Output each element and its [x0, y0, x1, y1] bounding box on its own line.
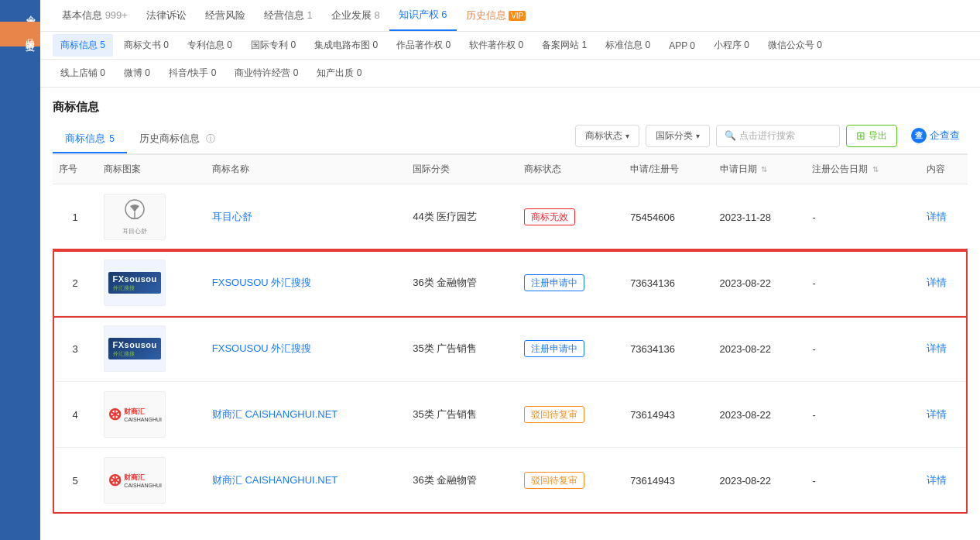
cai-icon-5: ⊛ — [108, 470, 122, 490]
tab-risk[interactable]: 经营风险 — [196, 1, 255, 30]
ermuxinshu-svg — [119, 198, 150, 225]
row3-detail[interactable]: 详情 — [920, 316, 968, 382]
third-nav: 线上店铺 0 微博 0 抖音/快手 0 商业特许经营 0 知产出质 0 — [40, 60, 980, 88]
row1-trademark-name[interactable]: 耳目心舒 — [212, 211, 252, 222]
excel-icon: ⊞ — [856, 129, 865, 142]
cai-subtext-4: CAISHANGHUI — [124, 417, 162, 422]
announce-date-sort-icon: ⇅ — [872, 165, 879, 174]
subnav-standard[interactable]: 标准信息 0 — [598, 34, 658, 57]
inner-tabs: 商标信息 5 历史商标信息 ⓘ 商标状态 国际分类 🔍 — [53, 124, 968, 154]
status-filter-btn[interactable]: 商标状态 — [575, 125, 639, 147]
tab-enterprise-dev[interactable]: 企业发展 8 — [322, 1, 389, 30]
qichacha-btn[interactable]: 查 企查查 — [903, 124, 968, 147]
row3-num: 3 — [53, 316, 98, 382]
row1-brand-img: 耳目心舒 — [104, 194, 166, 240]
table-row: 2 FXsousou 外汇搜搜 — [53, 250, 968, 316]
subnav-ic-layout[interactable]: 集成电路布图 0 — [307, 34, 385, 57]
sidebar-brand-label: 品牌主页 — [25, 31, 36, 37]
tab-business-info[interactable]: 经营信息 1 — [255, 1, 322, 30]
row1-status: 商标无效 — [518, 184, 624, 250]
row4-status: 驳回待复审 — [518, 382, 624, 448]
export-btn-label: 导出 — [869, 129, 887, 143]
subnav-miniprogram[interactable]: 小程序 0 — [706, 34, 757, 57]
inner-tab-label-trademark: 商标信息 — [65, 132, 105, 144]
fx-sub: 外汇搜搜 — [113, 284, 157, 292]
row1-detail-link[interactable]: 详情 — [927, 211, 947, 222]
trademark-table: 序号 商标图案 商标名称 国际分类 商标状态 申请/注册号 申请日期 ⇅ 注册公… — [53, 154, 968, 514]
row2-detail[interactable]: 详情 — [920, 250, 968, 316]
row2-category: 36类 金融物管 — [406, 250, 518, 316]
row3-trademark-name[interactable]: FXSOUSOU 外汇搜搜 — [212, 342, 312, 354]
subnav-icp[interactable]: 备案网站 1 — [534, 34, 595, 57]
row1-detail[interactable]: 详情 — [920, 184, 968, 250]
tab-history[interactable]: 历史信息 VIP — [457, 1, 536, 30]
row3-detail-link[interactable]: 详情 — [927, 342, 947, 354]
classification-btn-label: 国际分类 — [656, 129, 693, 143]
row2-status: 注册申请中 — [518, 250, 624, 316]
subnav-software-copyright[interactable]: 软件著作权 0 — [461, 34, 531, 57]
row5-logo: ⊛ 财商汇 CAISHANGHUI — [98, 448, 206, 514]
caishanghui-logo-5: ⊛ 财商汇 CAISHANGHUI — [108, 470, 162, 490]
row4-category: 35类 广告销售 — [406, 382, 518, 448]
subnav-weibo[interactable]: 微博 0 — [116, 62, 158, 84]
subnav-douyin[interactable]: 抖音/快手 0 — [161, 62, 224, 84]
inner-tab-history-trademark[interactable]: 历史商标信息 ⓘ — [127, 126, 228, 153]
tab-basic-info[interactable]: 基本信息 999+ — [53, 1, 137, 30]
th-apply-date[interactable]: 申请日期 ⇅ — [714, 155, 807, 184]
tab-ip[interactable]: 知识产权 6 — [389, 0, 457, 31]
subnav-ip-pledge[interactable]: 知产出质 0 — [309, 62, 369, 84]
row4-detail[interactable]: 详情 — [920, 382, 968, 448]
subnav-trademark-info[interactable]: 商标信息 5 — [53, 34, 113, 57]
cai-subtext-5: CAISHANGHUI — [124, 483, 162, 488]
table-row: 5 ⊛ 财商汇 CAISHANGHUI — [53, 448, 968, 514]
row3-logo: FXsousou 外汇搜搜 — [98, 316, 206, 382]
sidebar-brand-item[interactable]: 品牌主页 — [0, 22, 40, 46]
row2-apply-date: 2023-08-22 — [714, 250, 807, 316]
caishanghui-logo-4: ⊛ 财商汇 CAISHANGHUI — [108, 404, 162, 425]
tab-legal[interactable]: 法律诉讼 — [137, 1, 196, 30]
row5-trademark-name[interactable]: 财商汇 CAISHANGHUI.NET — [212, 474, 338, 486]
subnav-works-copyright[interactable]: 作品著作权 0 — [389, 34, 458, 57]
subnav-trademark-doc[interactable]: 商标文书 0 — [116, 34, 176, 57]
row2-announce-date: - — [806, 250, 920, 316]
subnav-patent-info[interactable]: 专利信息 0 — [180, 34, 240, 57]
fx-badge-3: FXsousou 外汇搜搜 — [108, 338, 161, 359]
page-content: 商标信息 商标信息 5 历史商标信息 ⓘ 商标状态 国际分类 — [40, 88, 980, 540]
subnav-app[interactable]: APP 0 — [661, 36, 703, 56]
subnav-franchise[interactable]: 商业特许经营 0 — [227, 62, 306, 84]
sidebar: 企业主页 品牌主页 — [0, 0, 40, 540]
export-button[interactable]: ⊞ 导出 — [846, 125, 897, 147]
fxsousou-logo-3: FXsousou 外汇搜搜 — [108, 338, 161, 359]
row1-category: 44类 医疗园艺 — [406, 184, 518, 250]
classification-filter-btn[interactable]: 国际分类 — [646, 125, 710, 147]
fx-text: FXsousou — [113, 274, 157, 284]
inner-tab-trademark-info[interactable]: 商标信息 5 — [53, 126, 127, 153]
subnav-wechat[interactable]: 微信公众号 0 — [760, 34, 830, 57]
row1-name: 耳目心舒 — [206, 184, 407, 250]
row2-status-badge: 注册申请中 — [524, 274, 584, 291]
row4-reg-no: 73614943 — [624, 382, 713, 448]
row5-detail[interactable]: 详情 — [920, 448, 968, 514]
sidebar-enterprise-item[interactable]: 企业主页 — [0, 0, 40, 22]
row1-announce-date: - — [806, 184, 920, 250]
toolbar: 商标状态 国际分类 🔍 点击进行搜索 ⊞ 导出 — [575, 124, 968, 153]
subnav-intl-patent[interactable]: 国际专利 0 — [243, 34, 303, 57]
cai-text-5: 财商汇 — [124, 473, 162, 483]
search-input[interactable]: 🔍 点击进行搜索 — [716, 125, 840, 147]
subnav-online-shop[interactable]: 线上店铺 0 — [53, 62, 113, 84]
row2-detail-link[interactable]: 详情 — [927, 277, 947, 288]
row5-status: 驳回待复审 — [518, 448, 624, 514]
row4-detail-link[interactable]: 详情 — [927, 408, 947, 420]
row5-announce-date: - — [806, 448, 920, 514]
row5-apply-date: 2023-08-22 — [714, 448, 807, 514]
qichacha-logo: 查 — [911, 128, 927, 143]
row5-name: 财商汇 CAISHANGHUI.NET — [206, 448, 407, 514]
table-row: 1 耳目心舒 — [53, 184, 968, 250]
row4-name: 财商汇 CAISHANGHUI.NET — [206, 382, 407, 448]
row4-trademark-name[interactable]: 财商汇 CAISHANGHUI.NET — [212, 408, 338, 420]
cai-text-4: 财商汇 — [124, 407, 162, 417]
row5-detail-link[interactable]: 详情 — [927, 474, 947, 486]
row2-trademark-name[interactable]: FXSOUSOU 外汇搜搜 — [212, 277, 312, 288]
section-title: 商标信息 — [53, 100, 968, 115]
th-announce-date[interactable]: 注册公告日期 ⇅ — [806, 155, 920, 184]
